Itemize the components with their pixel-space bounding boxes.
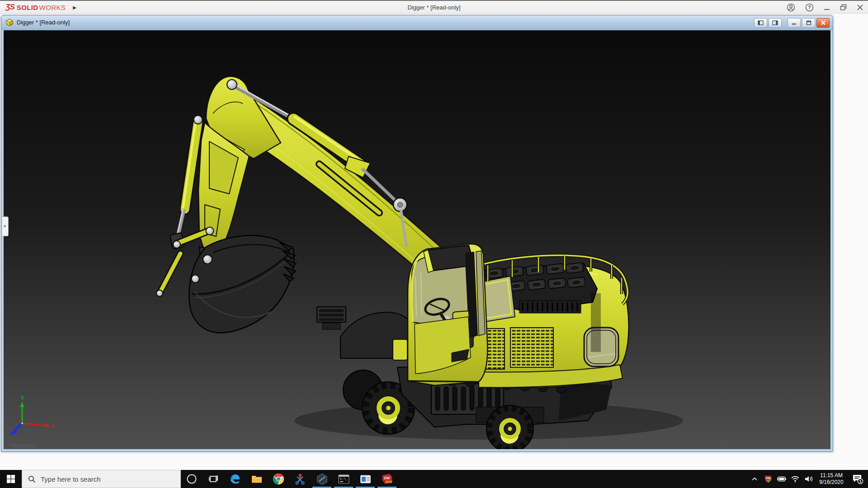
help-icon[interactable]: ? <box>805 3 814 12</box>
taskbar-item-task-view[interactable] <box>203 470 224 488</box>
svg-text:?: ? <box>808 5 811 10</box>
taskbar-item-command-prompt[interactable]: C:\_ <box>333 470 354 488</box>
sw-shield-icon: SW <box>764 474 773 483</box>
wifi-icon <box>791 475 800 483</box>
window-restore-button[interactable] <box>802 18 815 28</box>
close-icon[interactable] <box>857 4 863 11</box>
tray-battery[interactable] <box>775 475 788 483</box>
search-icon <box>28 475 36 483</box>
view-orientation-label: *Dimetric <box>10 442 38 449</box>
system-window-icon <box>359 473 372 485</box>
search-placeholder: Type here to search <box>41 475 101 483</box>
clock-time: 11:15 AM <box>816 472 847 479</box>
app-title: Digger * [Read-only] <box>0 4 868 11</box>
taskbar-item-chrome[interactable] <box>268 470 289 488</box>
taskbar-item-system-window[interactable] <box>354 470 376 488</box>
solidworks-2020-icon: SW 2020 <box>381 473 393 485</box>
action-center-button[interactable]: 1 <box>847 474 868 484</box>
panel-tab-dot <box>4 225 6 227</box>
start-button[interactable] <box>0 470 22 488</box>
task-view-icon <box>208 474 219 484</box>
svg-text:SW: SW <box>384 476 390 480</box>
windows-logo-icon <box>6 474 15 483</box>
hexagon-app-icon <box>316 473 328 485</box>
front-right-wheel <box>486 405 533 449</box>
taskbar-item-edge[interactable] <box>224 470 246 488</box>
document-window: Digger * [Read-only] <box>1 15 833 452</box>
taskbar-item-snip[interactable] <box>289 470 311 488</box>
pane-left-button[interactable] <box>754 18 767 28</box>
user-account-icon[interactable] <box>787 3 795 12</box>
command-prompt-icon: C:\_ <box>338 473 350 485</box>
tray-volume[interactable] <box>802 475 816 483</box>
model-viewport[interactable]: Y X *Dimetric <box>4 30 830 449</box>
tray-clock[interactable]: 11:15 AM 9/16/2020 <box>816 472 847 486</box>
document-title: Digger * [Read-only] <box>17 19 70 26</box>
search-input[interactable]: Type here to search <box>22 470 181 488</box>
speaker-icon <box>804 475 813 483</box>
app-titlebar: ƷS SOLID WORKS ▶ Digger * [Read-only] ? <box>0 0 868 14</box>
feature-panel-tab[interactable] <box>2 216 9 236</box>
window-close-button[interactable] <box>816 18 830 28</box>
window-minimize-button[interactable] <box>788 18 801 28</box>
pane-right-button[interactable] <box>769 18 782 28</box>
tray-solidworks-monitor[interactable]: SW <box>761 474 775 483</box>
axis-x-label: X <box>52 424 55 429</box>
restore-icon[interactable] <box>840 4 847 11</box>
chrome-icon <box>273 473 284 485</box>
document-titlebar[interactable]: Digger * [Read-only] <box>1 15 833 30</box>
battery-icon <box>777 475 787 483</box>
taskbar-item-cad-app[interactable] <box>311 470 333 488</box>
cortana-icon <box>186 474 197 484</box>
tray-hidden-icons-chevron[interactable] <box>748 475 761 483</box>
svg-text:C:\_: C:\_ <box>340 477 348 481</box>
notification-badge: 1 <box>859 479 861 483</box>
file-explorer-icon <box>251 473 263 485</box>
taskbar-item-cortana[interactable] <box>181 470 203 488</box>
svg-text:2020: 2020 <box>386 480 392 483</box>
minimize-icon[interactable] <box>824 5 830 11</box>
taskbar: Type here to search <box>0 470 868 488</box>
rear-window <box>584 328 618 366</box>
cab-side-box <box>393 339 407 360</box>
taskbar-item-solidworks[interactable]: SW 2020 <box>376 470 398 488</box>
edge-icon <box>229 473 241 485</box>
side-grille-right <box>510 328 553 367</box>
chevron-up-icon <box>751 475 758 483</box>
notification-icon: 1 <box>852 474 863 484</box>
tray-network[interactable] <box>788 475 802 483</box>
snip-tool-icon <box>294 473 306 485</box>
axis-y-label: Y <box>21 395 24 401</box>
taskbar-item-file-explorer[interactable] <box>246 470 268 488</box>
svg-text:SW: SW <box>766 477 770 479</box>
clock-date: 9/16/2020 <box>816 479 847 486</box>
part-document-icon <box>5 19 14 27</box>
model-canvas[interactable]: Y X *Dimetric <box>4 30 830 449</box>
